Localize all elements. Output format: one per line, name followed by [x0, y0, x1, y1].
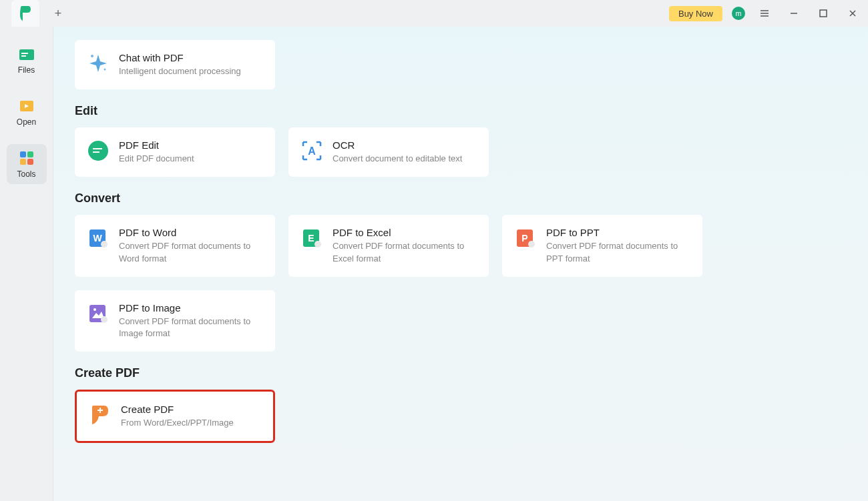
card-pdf-to-word[interactable]: W PDF to Word Convert PDF format documen…: [75, 215, 275, 276]
minimize-button[interactable]: [784, 3, 804, 23]
svg-rect-13: [93, 148, 102, 149]
svg-rect-0: [820, 10, 827, 17]
card-body: PDF Edit Edit PDF document: [119, 139, 263, 165]
svg-point-12: [88, 141, 108, 161]
card-body: PDF to Image Convert PDF format document…: [119, 302, 263, 340]
card-subtitle: Edit PDF document: [119, 153, 263, 165]
section-heading-convert: Convert: [75, 191, 848, 205]
new-tab-button[interactable]: +: [47, 3, 69, 24]
svg-point-21: [314, 241, 321, 247]
open-icon: [18, 97, 35, 115]
card-title: PDF to PPT: [546, 227, 690, 238]
avatar[interactable]: m: [732, 7, 745, 20]
card-title: PDF Edit: [119, 139, 263, 151]
svg-point-27: [93, 308, 96, 311]
section-heading-edit: Edit: [75, 104, 848, 118]
titlebar-left: +: [0, 0, 69, 27]
maximize-button[interactable]: [813, 3, 833, 23]
svg-rect-7: [27, 151, 33, 157]
card-title: Create PDF: [121, 404, 261, 415]
minimize-icon: [789, 9, 799, 18]
card-subtitle: Convert PDF format documents to Word for…: [119, 240, 263, 264]
svg-point-10: [91, 55, 93, 57]
excel-icon: E: [300, 227, 323, 249]
titlebar-right: Buy Now m: [669, 3, 863, 23]
convert-cards: W PDF to Word Convert PDF format documen…: [75, 215, 848, 352]
card-subtitle: Convert PDF format documents to Excel fo…: [333, 240, 477, 264]
card-body: PDF to Word Convert PDF format documents…: [119, 227, 263, 264]
card-title: OCR: [333, 139, 477, 151]
create-pdf-icon: [89, 404, 112, 426]
svg-text:W: W: [93, 233, 102, 243]
create-cards: Create PDF From Word/Execl/PPT/Image: [75, 390, 848, 443]
pdf-edit-icon: [87, 139, 110, 162]
menu-button[interactable]: [754, 3, 775, 23]
ppt-icon: P: [514, 227, 537, 249]
svg-point-18: [101, 241, 107, 247]
card-pdf-to-ppt[interactable]: P PDF to PPT Convert PDF format document…: [502, 215, 702, 276]
sidebar-item-label: Files: [18, 65, 35, 75]
sidebar-item-label: Tools: [17, 169, 35, 179]
chat-cards: Chat with PDF Intelligent document proce…: [75, 40, 848, 89]
image-icon: [87, 302, 110, 325]
sidebar-item-tools[interactable]: Tools: [7, 144, 47, 184]
card-subtitle: Convert document to editable text: [333, 153, 477, 165]
card-title: PDF to Word: [119, 227, 263, 238]
svg-text:P: P: [521, 233, 527, 243]
svg-rect-3: [21, 55, 26, 57]
section-heading-create: Create PDF: [75, 366, 848, 380]
card-pdf-edit[interactable]: PDF Edit Edit PDF document: [75, 127, 275, 177]
svg-rect-30: [99, 408, 101, 413]
main-content: Chat with PDF Intelligent document proce…: [53, 27, 868, 501]
word-icon: W: [87, 227, 110, 249]
svg-rect-1: [19, 49, 34, 60]
svg-rect-2: [21, 53, 28, 54]
card-body: OCR Convert document to editable text: [333, 139, 477, 165]
files-icon: [18, 45, 35, 63]
card-pdf-to-excel[interactable]: E PDF to Excel Convert PDF format docume…: [288, 215, 489, 276]
plus-icon: +: [55, 7, 62, 21]
card-chat-with-pdf[interactable]: Chat with PDF Intelligent document proce…: [75, 40, 275, 89]
edit-cards: PDF Edit Edit PDF document A OCR Convert…: [75, 127, 848, 177]
hamburger-icon: [760, 9, 769, 18]
svg-rect-9: [27, 159, 33, 165]
card-subtitle: From Word/Execl/PPT/Image: [121, 417, 261, 429]
svg-rect-8: [20, 159, 26, 165]
app-logo-icon: [19, 6, 32, 21]
svg-text:A: A: [308, 145, 316, 157]
svg-text:E: E: [308, 233, 314, 243]
sparkle-icon: [87, 52, 110, 75]
workspace: Files Open Tools Chat with PDF Intellige: [0, 27, 868, 501]
sidebar-item-files[interactable]: Files: [7, 40, 47, 80]
svg-point-11: [104, 69, 106, 71]
card-title: PDF to Excel: [333, 227, 477, 238]
card-subtitle: Convert PDF format documents to PPT form…: [546, 240, 690, 264]
svg-point-24: [528, 241, 535, 247]
maximize-icon: [819, 9, 828, 18]
svg-rect-6: [20, 151, 26, 157]
card-subtitle: Convert PDF format documents to Image fo…: [119, 316, 263, 340]
titlebar: + Buy Now m: [0, 0, 868, 27]
card-ocr[interactable]: A OCR Convert document to editable text: [288, 127, 489, 177]
sidebar-item-open[interactable]: Open: [7, 92, 47, 132]
svg-point-28: [101, 316, 107, 323]
card-body: PDF to PPT Convert PDF format documents …: [546, 227, 690, 264]
card-pdf-to-image[interactable]: PDF to Image Convert PDF format document…: [75, 290, 275, 352]
card-body: Chat with PDF Intelligent document proce…: [119, 52, 263, 77]
tools-icon: [18, 149, 35, 167]
card-body: Create PDF From Word/Execl/PPT/Image: [121, 404, 261, 429]
app-tab[interactable]: [11, 0, 39, 27]
ocr-icon: A: [300, 139, 323, 162]
card-body: PDF to Excel Convert PDF format document…: [333, 227, 477, 264]
sidebar: Files Open Tools: [0, 27, 53, 501]
buy-now-button[interactable]: Buy Now: [669, 6, 722, 21]
card-title: PDF to Image: [119, 302, 263, 314]
svg-rect-14: [93, 151, 99, 153]
card-subtitle: Intelligent document processing: [119, 65, 263, 77]
card-title: Chat with PDF: [119, 52, 263, 63]
close-icon: [848, 9, 857, 18]
sidebar-item-label: Open: [17, 117, 36, 127]
close-button[interactable]: [843, 3, 863, 23]
card-create-pdf[interactable]: Create PDF From Word/Execl/PPT/Image: [75, 390, 275, 443]
